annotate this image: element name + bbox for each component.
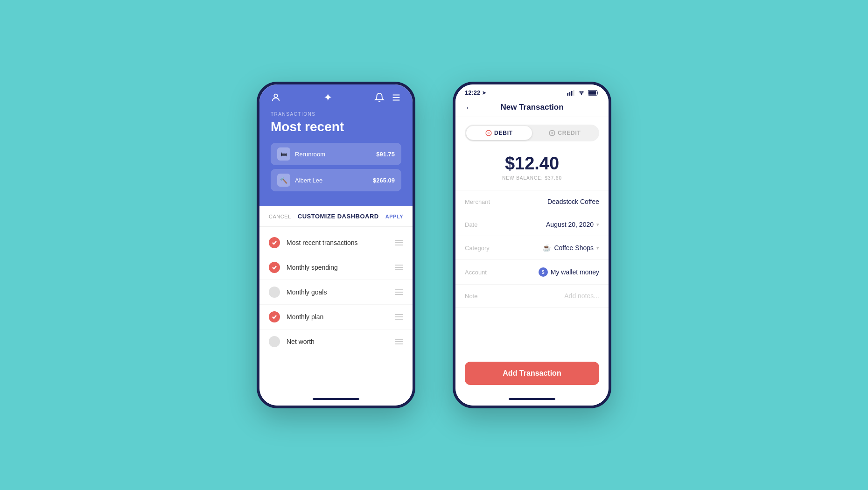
user-icon[interactable] xyxy=(271,92,281,103)
checkbox-checked[interactable] xyxy=(269,311,280,322)
svg-point-0 xyxy=(274,94,277,98)
account-value: $ My wallet money xyxy=(539,267,599,277)
transaction-form: DEBIT CREDIT $12.40 NEW BALANCE: $37.60 … xyxy=(455,117,609,392)
status-icons xyxy=(567,90,599,96)
hero-card: TRANSACTIONS Most recent 🛏 Rerunroom $91… xyxy=(259,103,413,206)
svg-rect-11 xyxy=(588,91,596,95)
svg-point-9 xyxy=(581,94,582,95)
date-label: Date xyxy=(465,221,477,228)
signal-icon xyxy=(567,90,575,96)
note-value: Add notes... xyxy=(564,292,599,300)
transaction-row-1[interactable]: 🛏 Rerunroom $91.75 xyxy=(271,143,401,165)
list-item[interactable]: Monthly plan xyxy=(259,305,413,329)
category-label: Category xyxy=(465,245,490,252)
merchant-value: Deadstock Coffee xyxy=(547,198,599,205)
svg-rect-8 xyxy=(573,90,574,96)
wifi-icon xyxy=(578,90,585,96)
transaction-name-2: Albert Lee xyxy=(295,177,322,184)
account-icon: $ xyxy=(539,267,548,277)
drag-handle-3[interactable] xyxy=(395,289,403,295)
add-transaction-button[interactable]: Add Transaction xyxy=(465,362,599,385)
customize-overlay: CANCEL CUSTOMIZE DASHBOARD APPLY Most re… xyxy=(259,206,413,392)
amount-section: $12.40 NEW BALANCE: $37.60 xyxy=(455,149,609,190)
coffee-icon: ☕ xyxy=(542,244,551,252)
home-indicator xyxy=(259,392,413,406)
plus-circle-icon xyxy=(549,130,555,136)
phone-dashboard: ✦ TRANSACTIONS Most recent 🛏 Rerunroom $… xyxy=(257,82,415,408)
note-field[interactable]: Note Add notes... xyxy=(455,285,609,308)
location-icon xyxy=(482,91,487,95)
sliders-icon[interactable] xyxy=(391,92,401,103)
transaction-amount-2: $265.09 xyxy=(373,177,395,184)
nav-bar: ← New Transaction xyxy=(455,99,609,117)
item-label-4: Monthly plan xyxy=(287,313,388,321)
checkbox-checked[interactable] xyxy=(269,237,280,248)
home-indicator xyxy=(455,392,609,406)
merchant-label: Merchant xyxy=(465,198,490,205)
item-label-1: Most recent transactions xyxy=(287,239,388,246)
cancel-button[interactable]: CANCEL xyxy=(269,214,291,219)
page-title: New Transaction xyxy=(500,103,563,112)
customize-bar: CANCEL CUSTOMIZE DASHBOARD APPLY xyxy=(259,206,413,227)
bell-icon[interactable] xyxy=(374,92,385,103)
item-label-2: Monthly spending xyxy=(287,264,388,271)
svg-marker-4 xyxy=(483,91,487,95)
transaction-row-2[interactable]: 🔨 Albert Lee $265.09 xyxy=(271,169,401,191)
item-label-5: Net worth xyxy=(287,338,388,345)
transaction-icon-1: 🛏 xyxy=(277,147,290,161)
category-field[interactable]: Category ☕ Coffee Shops ▾ xyxy=(455,236,609,260)
svg-rect-5 xyxy=(567,93,568,95)
field-list: Merchant Deadstock Coffee Date August 20… xyxy=(455,190,609,354)
chevron-down-icon: ▾ xyxy=(596,222,599,228)
type-toggle: DEBIT CREDIT xyxy=(465,125,599,141)
drag-handle-5[interactable] xyxy=(395,339,403,344)
svg-rect-6 xyxy=(569,92,571,96)
drag-handle-2[interactable] xyxy=(395,265,403,270)
logo-icon: ✦ xyxy=(324,92,332,103)
merchant-field[interactable]: Merchant Deadstock Coffee xyxy=(455,190,609,213)
drag-handle-1[interactable] xyxy=(395,240,403,245)
checkbox-checked[interactable] xyxy=(269,262,280,273)
account-field[interactable]: Account $ My wallet money xyxy=(455,260,609,285)
drag-handle-4[interactable] xyxy=(395,314,403,320)
svg-rect-7 xyxy=(571,91,573,95)
credit-button[interactable]: CREDIT xyxy=(532,126,598,140)
transaction-name-1: Rerunroom xyxy=(295,151,325,158)
balance-label: NEW BALANCE: $37.60 xyxy=(465,175,599,181)
amount-value[interactable]: $12.40 xyxy=(465,154,599,174)
minus-circle-icon xyxy=(485,130,492,136)
chevron-down-icon: ▾ xyxy=(596,245,599,251)
transaction-amount-1: $91.75 xyxy=(376,151,395,158)
dashboard-items-list: Most recent transactions Monthly spendin… xyxy=(259,227,413,392)
checkbox-unchecked[interactable] xyxy=(269,287,280,298)
category-value: ☕ Coffee Shops ▾ xyxy=(542,244,599,252)
item-label-3: Monthly goals xyxy=(287,288,388,296)
date-value: August 20, 2020 ▾ xyxy=(546,221,599,228)
account-label: Account xyxy=(465,269,487,276)
customize-title: CUSTOMIZE DASHBOARD xyxy=(298,213,379,220)
status-bar: 12:22 xyxy=(455,84,609,99)
apply-button[interactable]: APPLY xyxy=(385,214,403,219)
list-item[interactable]: Monthly goals xyxy=(259,280,413,305)
debit-button[interactable]: DEBIT xyxy=(466,126,532,140)
transactions-label: TRANSACTIONS xyxy=(271,112,401,117)
checkbox-unchecked[interactable] xyxy=(269,336,280,347)
most-recent-title: Most recent xyxy=(271,119,401,134)
date-field[interactable]: Date August 20, 2020 ▾ xyxy=(455,213,609,236)
transaction-icon-2: 🔨 xyxy=(277,174,290,187)
battery-icon xyxy=(588,90,599,96)
list-item[interactable]: Most recent transactions xyxy=(259,231,413,255)
dashboard-header: ✦ xyxy=(259,84,413,103)
note-label: Note xyxy=(465,293,477,300)
list-item[interactable]: Net worth xyxy=(259,329,413,354)
list-item[interactable]: Monthly spending xyxy=(259,255,413,280)
back-button[interactable]: ← xyxy=(465,102,474,113)
status-time: 12:22 xyxy=(465,89,487,96)
phone-new-transaction: 12:22 xyxy=(453,82,611,408)
